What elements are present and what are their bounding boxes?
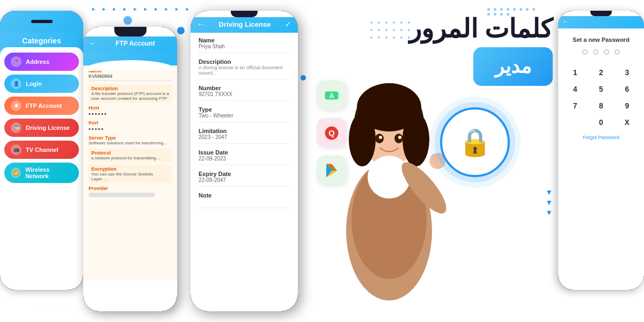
key-9[interactable]: 9 xyxy=(616,99,639,113)
btn-driving[interactable]: 🪪 Driving License xyxy=(4,119,79,137)
ftp-field-desc: Description A file transfer protocol (FT… xyxy=(89,84,172,103)
license-body: Name Priya Shah Description A driving li… xyxy=(191,33,298,218)
license-field-description: Description A driving license is an offi… xyxy=(199,58,290,79)
phone-password: ← Set a new Password 1 2 3 4 5 6 7 xyxy=(558,11,644,290)
pw-header: ← xyxy=(558,16,644,28)
deco-circle-2 xyxy=(301,75,306,80)
ftp-body: Name KVM90894 Description A file transfe… xyxy=(83,65,177,280)
check-icon[interactable]: ✓ xyxy=(285,20,291,28)
driving-icon: 🪪 xyxy=(11,122,21,133)
key-5[interactable]: 5 xyxy=(589,82,612,96)
pw-dot-4 xyxy=(614,49,620,55)
btn-login[interactable]: 👤 Login xyxy=(4,75,79,93)
app-red-icon[interactable]: Q xyxy=(317,118,346,148)
lock-icon-area: 🔒 xyxy=(440,107,510,177)
deco-dots-bottom: · · · · · · · xyxy=(38,306,88,311)
key-x[interactable]: X xyxy=(616,115,639,129)
play-store-icon[interactable] xyxy=(317,156,346,185)
key-empty xyxy=(564,115,587,129)
ftp-header: ← FTP Account xyxy=(83,36,177,52)
pw-back-button[interactable]: ← xyxy=(562,18,569,25)
license-field-expiry-date: Expiry Date 22-09-2047 xyxy=(199,171,290,187)
ftp-field-encryption: Encryption You can use the Secure Socket… xyxy=(89,165,172,183)
license-field-name: Name Priya Shah xyxy=(199,37,290,53)
app-icons-column: A Q xyxy=(317,80,346,185)
phone-categories: Categories 📍 Address 👤 Login 🖥 FTP Accou… xyxy=(0,11,83,290)
deco-dots-grid-right xyxy=(370,21,413,42)
deco-dots-top-left: ► ► ► ► ► ► ► ► ► ► xyxy=(91,6,192,12)
arrow-1: ▼ xyxy=(545,188,553,196)
pw-title: Set a new Password xyxy=(564,36,639,43)
btn-wireless[interactable]: 📶 Wireless Network xyxy=(4,163,79,183)
categories-title: Categories xyxy=(5,36,78,45)
main-container: ► ► ► ► ► ► ► ► ► ► Categories 📍 xyxy=(0,0,644,322)
provider-bar xyxy=(89,193,155,197)
tv-icon: 📺 xyxy=(11,144,21,155)
arabic-text-area: كلمات المرور مدير xyxy=(409,16,553,86)
license-field-note: Note xyxy=(199,192,290,208)
svg-point-11 xyxy=(349,113,376,166)
key-1[interactable]: 1 xyxy=(564,65,587,79)
lock-circle: 🔒 xyxy=(440,107,510,177)
arabic-subtitle: مدير xyxy=(495,55,531,78)
deco-arrows: ▼ ▼ ▼ xyxy=(545,188,553,217)
driving-title: Driving License xyxy=(204,20,285,28)
categories-body: 📍 Address 👤 Login 🖥 FTP Account 🪪 Drivin… xyxy=(0,47,83,192)
ftp-field-server: Server Type Software solutions used for … xyxy=(89,135,172,145)
key-2[interactable]: 2 xyxy=(589,65,612,79)
wireless-icon: 📶 xyxy=(11,167,21,178)
notch-left xyxy=(31,20,53,23)
key-4[interactable]: 4 xyxy=(564,82,587,96)
key-7[interactable]: 7 xyxy=(564,99,587,113)
svg-point-22 xyxy=(398,136,401,139)
btn-tv[interactable]: 📺 TV Channel xyxy=(4,141,79,159)
deco-circle-1 xyxy=(177,27,185,34)
btn-ftp[interactable]: 🖥 FTP Account xyxy=(4,97,79,115)
license-field-limitation: Limitation 2023 - 2047 xyxy=(199,128,290,144)
notch-right xyxy=(231,11,258,17)
phone-categories-header xyxy=(0,11,83,32)
pw-dot-2 xyxy=(593,49,598,55)
phone-driving: ← Driving License ✓ Name Priya Shah Desc… xyxy=(191,11,298,311)
driving-header: ← Driving License ✓ xyxy=(191,17,298,33)
ftp-field-protocol: Protocol a network protocol for transmit… xyxy=(89,149,172,162)
svg-point-12 xyxy=(402,113,429,166)
pw-keypad: 1 2 3 4 5 6 7 8 9 0 X xyxy=(564,65,639,129)
ftp-field-provider: Provider xyxy=(89,186,172,197)
arabic-main-title: كلمات المرور xyxy=(409,16,553,42)
pw-dots xyxy=(564,49,639,55)
license-field-issue-date: Issue Date 22-09-2023 xyxy=(199,149,290,165)
pw-forgot-label[interactable]: Forgot Password xyxy=(564,135,639,140)
pw-dot-3 xyxy=(604,49,609,55)
key-6[interactable]: 6 xyxy=(616,82,639,96)
ftp-icon: 🖥 xyxy=(11,100,21,111)
pw-dot-1 xyxy=(582,49,588,55)
svg-point-16 xyxy=(368,156,411,199)
driving-back-button[interactable]: ← xyxy=(197,20,204,28)
key-0[interactable]: 0 xyxy=(589,115,612,129)
ftp-back-button[interactable]: ← xyxy=(89,39,96,48)
license-field-type: Type Two - Wheeler xyxy=(199,106,290,122)
svg-text:A: A xyxy=(329,92,334,100)
arrow-2: ▼ xyxy=(545,198,553,207)
ftp-wave xyxy=(83,52,177,65)
key-3[interactable]: 3 xyxy=(616,65,639,79)
ftp-field-host: Host •••••• xyxy=(89,105,172,117)
license-field-number: Number 92701 7XXXX xyxy=(199,85,290,101)
svg-point-21 xyxy=(379,136,382,139)
notch-mid xyxy=(114,27,147,36)
phone-ftp: ← FTP Account Name KVM90894 Description … xyxy=(83,27,177,311)
ftp-title: FTP Account xyxy=(99,40,172,47)
arrow-3: ▼ xyxy=(545,208,553,217)
notch-pw xyxy=(590,11,612,16)
login-icon: 👤 xyxy=(11,78,21,89)
deco-circle-3 xyxy=(123,16,132,25)
arabic-subtitle-box: مدير xyxy=(473,47,553,86)
lock-icon: 🔒 xyxy=(458,127,492,158)
pw-body: Set a new Password 1 2 3 4 5 6 7 8 9 xyxy=(558,28,644,148)
btn-address[interactable]: 📍 Address xyxy=(4,53,79,71)
key-8[interactable]: 8 xyxy=(589,99,612,113)
svg-text:Q: Q xyxy=(328,128,335,137)
ftp-field-port: Port ••••• xyxy=(89,120,172,132)
android-studio-icon[interactable]: A xyxy=(317,80,346,110)
